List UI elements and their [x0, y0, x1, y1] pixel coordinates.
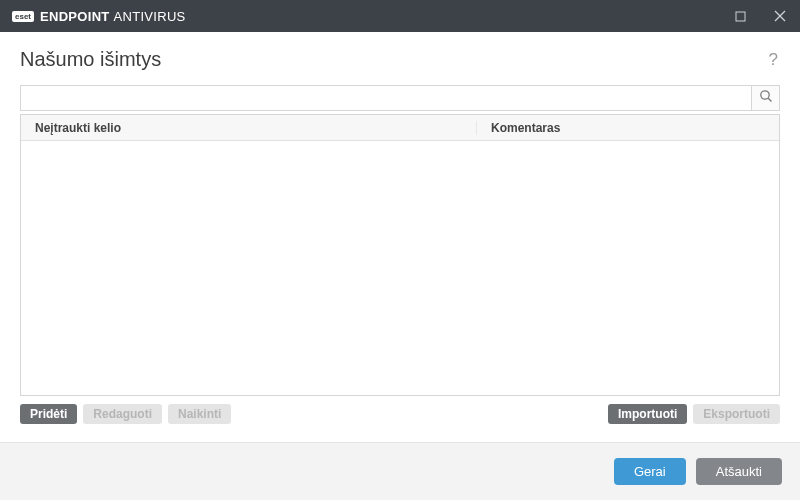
titlebar: eset ENDPOINT ANTIVIRUS [0, 0, 800, 32]
table-body[interactable] [21, 141, 779, 395]
brand-light: ANTIVIRUS [114, 9, 186, 24]
brand-strong: ENDPOINT [40, 9, 110, 24]
search-input[interactable] [21, 86, 751, 110]
column-header-path[interactable]: Neįtraukti kelio [21, 121, 476, 135]
edit-button: Redaguoti [83, 404, 162, 424]
search-icon [759, 89, 773, 107]
add-button[interactable]: Pridėti [20, 404, 77, 424]
ok-button[interactable]: Gerai [614, 458, 686, 485]
toolbar: Pridėti Redaguoti Naikinti Importuoti Ek… [20, 396, 780, 434]
svg-line-4 [768, 98, 771, 101]
search-button[interactable] [751, 86, 779, 110]
search-row [20, 85, 780, 111]
table-header: Neįtraukti kelio Komentaras [21, 115, 779, 141]
minimize-button[interactable] [720, 0, 760, 32]
exclusions-table: Neįtraukti kelio Komentaras [20, 114, 780, 396]
close-button[interactable] [760, 0, 800, 32]
brand-badge: eset [12, 11, 34, 22]
svg-point-3 [760, 91, 768, 99]
svg-rect-0 [736, 12, 745, 21]
cancel-button[interactable]: Atšaukti [696, 458, 782, 485]
footer: Gerai Atšaukti [0, 442, 800, 500]
export-button: Eksportuoti [693, 404, 780, 424]
delete-button: Naikinti [168, 404, 231, 424]
import-button[interactable]: Importuoti [608, 404, 687, 424]
help-icon[interactable]: ? [769, 50, 780, 70]
page-title: Našumo išimtys [20, 48, 161, 71]
app-brand: eset ENDPOINT ANTIVIRUS [12, 9, 186, 24]
column-header-comment[interactable]: Komentaras [476, 121, 779, 135]
